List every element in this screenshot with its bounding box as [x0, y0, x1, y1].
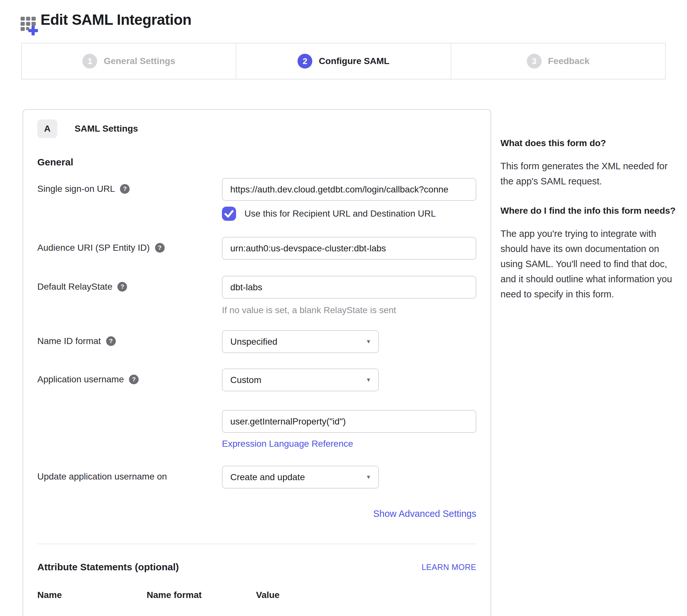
- application-username-row: Application username ? Custom ▼: [37, 369, 476, 391]
- step-number-badge: 2: [298, 54, 312, 69]
- application-username-select[interactable]: Custom ▼: [222, 369, 379, 391]
- column-header-name: Name: [37, 590, 147, 600]
- update-username-row: Update application username on Create an…: [37, 466, 476, 488]
- help-icon[interactable]: ?: [129, 375, 139, 384]
- chevron-down-icon: ▼: [366, 474, 371, 481]
- saml-settings-panel: A SAML Settings General Single sign-on U…: [23, 109, 491, 616]
- learn-more-link[interactable]: LEARN MORE: [422, 563, 476, 572]
- update-username-label: Update application username on: [37, 466, 222, 482]
- relay-state-input[interactable]: [222, 276, 476, 299]
- audience-uri-row: Audience URI (SP Entity ID) ?: [37, 237, 476, 260]
- name-id-format-row: Name ID format ? Unspecified ▼: [37, 330, 476, 353]
- application-username-label: Application username ?: [37, 369, 222, 384]
- custom-expression-row: Expression Language Reference: [37, 391, 476, 449]
- help-sidebar: What does this form do? This form genera…: [501, 136, 681, 302]
- recipient-url-checkbox-label: Use this for Recipient URL and Destinati…: [245, 208, 436, 219]
- step-feedback[interactable]: 3 Feedback: [451, 43, 665, 79]
- sidebar-question-1: What does this form do?: [501, 136, 681, 150]
- audience-uri-label: Audience URI (SP Entity ID) ?: [37, 237, 222, 253]
- help-icon[interactable]: ?: [117, 282, 127, 292]
- page-header: Edit SAML Integration: [20, 11, 191, 36]
- relay-state-hint: If no value is set, a blank RelayState i…: [222, 305, 476, 315]
- step-general-settings[interactable]: 1 General Settings: [22, 43, 236, 79]
- step-configure-saml[interactable]: 2 Configure SAML: [236, 43, 450, 79]
- chevron-down-icon: ▼: [366, 338, 371, 345]
- audience-uri-input[interactable]: [222, 237, 476, 260]
- name-id-format-select[interactable]: Unspecified ▼: [222, 330, 379, 353]
- help-icon[interactable]: ?: [106, 336, 116, 346]
- custom-expression-input[interactable]: [222, 410, 476, 433]
- relay-state-row: Default RelayState ? If no value is set,…: [37, 276, 476, 315]
- step-wizard: 1 General Settings 2 Configure SAML 3 Fe…: [21, 43, 666, 80]
- recipient-url-checkbox[interactable]: [222, 206, 236, 221]
- attribute-statements-header-row: Name Name format Value: [37, 590, 476, 600]
- section-a-badge: A: [37, 119, 57, 138]
- column-header-value: Value: [256, 590, 476, 600]
- show-advanced-settings-link[interactable]: Show Advanced Settings: [373, 508, 476, 519]
- column-header-name-format: Name format: [147, 590, 256, 600]
- panel-title: SAML Settings: [75, 124, 138, 134]
- sidebar-answer-2: The app you're trying to integrate with …: [501, 226, 681, 302]
- general-section-heading: General: [37, 157, 476, 168]
- sso-url-input[interactable]: [222, 178, 476, 201]
- sso-url-label: Single sign-on URL ?: [37, 178, 222, 194]
- step-number-badge: 1: [82, 54, 97, 69]
- saml-app-grid-plus-icon: [20, 14, 40, 36]
- update-username-select[interactable]: Create and update ▼: [222, 466, 379, 488]
- name-id-format-label: Name ID format ?: [37, 330, 222, 346]
- sidebar-answer-1: This form generates the XML needed for t…: [501, 159, 681, 189]
- section-divider: [37, 544, 476, 544]
- chevron-down-icon: ▼: [366, 377, 371, 383]
- attribute-statements-heading: Attribute Statements (optional): [37, 562, 179, 573]
- step-number-badge: 3: [527, 54, 542, 69]
- relay-state-label: Default RelayState ?: [37, 276, 222, 292]
- sso-url-row: Single sign-on URL ? Use this for Recipi…: [37, 178, 476, 221]
- page-title: Edit SAML Integration: [41, 11, 191, 28]
- help-icon[interactable]: ?: [155, 243, 165, 252]
- sidebar-question-2: Where do I find the info this form needs…: [501, 204, 681, 218]
- help-icon[interactable]: ?: [120, 184, 130, 194]
- expression-language-reference-link[interactable]: Expression Language Reference: [222, 439, 353, 449]
